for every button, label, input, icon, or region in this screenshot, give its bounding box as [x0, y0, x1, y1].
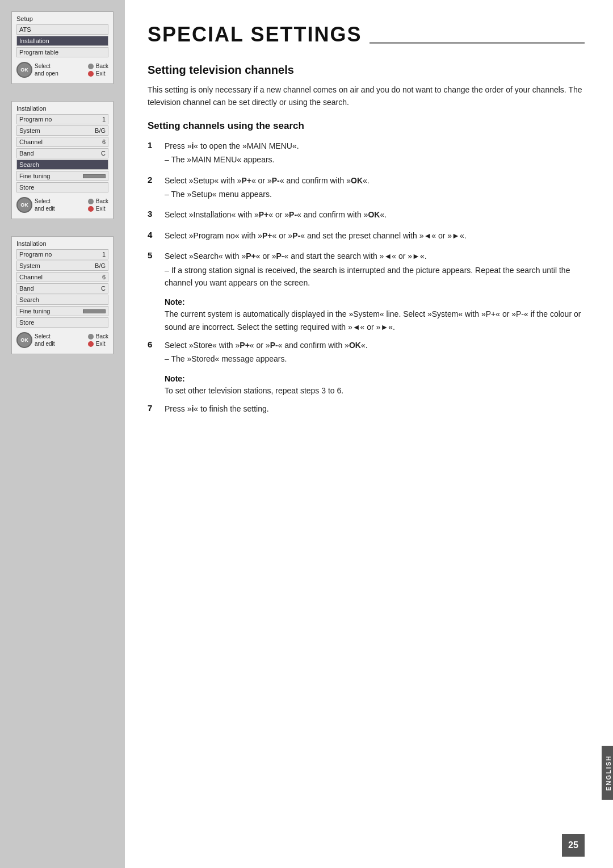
screen1-ctrl-left: Select and open	[35, 63, 58, 77]
exit-dot-icon3	[88, 341, 94, 347]
screen2-row-finetuning: Fine tuning	[16, 171, 108, 181]
screen3-row-system: System B/G	[16, 261, 108, 271]
screen3-title: Installation	[16, 240, 108, 247]
screen2-ok-btn: OK	[16, 197, 32, 213]
main-content: SPECIAL SETTINGS Setting television chan…	[125, 0, 613, 868]
subsection-heading: Setting channels using the search	[148, 120, 585, 132]
screen1-row-programtable: Program table	[16, 47, 108, 57]
step-5-sub: – If a strong station signal is received…	[165, 264, 585, 290]
exit-dot-icon2	[88, 206, 94, 212]
sidebar: Setup ATS Installation Program table OK …	[0, 0, 125, 868]
intro-text: This setting is only necessary if a new …	[148, 83, 585, 109]
screen2-back-label: Back	[96, 198, 108, 204]
screen2-select-ctrl: Select	[35, 198, 55, 204]
step-3-content: Select »Installation« with »P+« or »P-« …	[165, 208, 387, 221]
step-5-content: Select »Search« with »P+« or »P-« and st…	[165, 250, 585, 289]
screen-mockup-3: Installation Program no 1 System B/G Cha…	[11, 236, 114, 354]
screen3-edit-label: and edit	[35, 341, 55, 347]
screen1-row-installation: Installation	[16, 36, 108, 46]
step-1-sub: – The »MAIN MENU« appears.	[165, 153, 299, 166]
step-2-number: 2	[148, 175, 158, 184]
screen2-edit-ctrl: and edit	[35, 206, 55, 212]
step-6-content: Select »Store« with »P+« or »P-« and con…	[165, 339, 368, 366]
step-4: 4 Select »Program no« with »P+« or »P-« …	[148, 229, 585, 242]
screen1-back-ctrl: Back	[88, 63, 108, 69]
note-1-text: The current system is automatically disp…	[165, 308, 585, 333]
title-row: SPECIAL SETTINGS	[148, 23, 585, 47]
screen1-row-programtable-label: Program table	[19, 49, 58, 56]
screen3-ok-btn: OK	[16, 332, 32, 348]
screen3-row-programno: Program no 1	[16, 249, 108, 259]
language-tab: ENGLISH	[602, 746, 613, 800]
screen3-exit-label: Exit	[96, 341, 106, 347]
note-1-label: Note:	[165, 297, 185, 307]
note-1-block: Note: The current system is automaticall…	[165, 297, 585, 333]
screen2-back-ctrl: Back	[88, 198, 108, 204]
screen3-ctrl-left: Select and edit	[35, 333, 55, 347]
screen2-row-programno: Program no 1	[16, 114, 108, 124]
step-7-content: Press »i« to finish the setting.	[165, 402, 269, 415]
screen2-controls: OK Select and edit Back	[16, 197, 108, 213]
title-underline	[370, 42, 585, 44]
note-2-text: To set other television stations, repeat…	[165, 384, 585, 397]
screen3-ctrl-right: Back Exit	[88, 333, 108, 347]
section-heading: Setting television channels	[148, 64, 585, 77]
step-2-content: Select »Setup« with »P+« or »P-« and con…	[165, 174, 370, 201]
screen3-controls: OK Select and edit Back	[16, 332, 108, 348]
screen1-title: Setup	[16, 15, 108, 22]
step-1-number: 1	[148, 140, 158, 150]
step-3-number: 3	[148, 209, 158, 219]
screen3-edit-ctrl: and edit	[35, 341, 55, 347]
step-5-number: 5	[148, 250, 158, 260]
screen1-back-label: Back	[96, 63, 108, 69]
screen1-open-ctrl: and open	[35, 70, 58, 77]
screen3-back-ctrl: Back	[88, 333, 108, 339]
screen-mockup-1: Setup ATS Installation Program table OK …	[11, 11, 114, 84]
screen3-select-ctrl: Select	[35, 333, 55, 339]
screen3-row-finetuning: Fine tuning	[16, 306, 108, 316]
step-4-number: 4	[148, 230, 158, 240]
screen2-ctrl-left: Select and edit	[35, 198, 55, 212]
step-1-content: Press »i« to open the »MAIN MENU«. – The…	[165, 140, 299, 166]
step-3: 3 Select »Installation« with »P+« or »P-…	[148, 208, 585, 221]
screen2-row-band: Band C	[16, 148, 108, 158]
steps-list-3: 7 Press »i« to finish the setting.	[148, 402, 585, 415]
screen2-edit-label: and edit	[35, 206, 55, 212]
screen2-title: Installation	[16, 105, 108, 112]
back-dot-icon3	[88, 334, 94, 339]
steps-list: 1 Press »i« to open the »MAIN MENU«. – T…	[148, 140, 585, 290]
screen2-exit-label: Exit	[96, 206, 106, 212]
screen1-row-ats-label: ATS	[19, 26, 31, 33]
screen3-row-search: Search	[16, 295, 108, 305]
steps-list-2: 6 Select »Store« with »P+« or »P-« and c…	[148, 339, 585, 366]
step-2: 2 Select »Setup« with »P+« or »P-« and c…	[148, 174, 585, 201]
screen1-select-label: Select	[35, 63, 51, 69]
screen1-ctrl-right: Back Exit	[88, 63, 108, 77]
screen2-row-search: Search	[16, 160, 108, 170]
page-title: SPECIAL SETTINGS	[148, 23, 362, 47]
exit-dot-icon	[88, 71, 94, 77]
screen1-open-label: and open	[35, 70, 58, 77]
screen3-ok-label: OK	[20, 337, 28, 343]
screen2-row-system: System B/G	[16, 125, 108, 136]
step-6-number: 6	[148, 339, 158, 349]
step-2-sub: – The »Setup« menu appears.	[165, 188, 370, 200]
step-4-content: Select »Program no« with »P+« or »P-« an…	[165, 229, 467, 242]
step-5: 5 Select »Search« with »P+« or »P-« and …	[148, 250, 585, 289]
screen2-row-store: Store	[16, 182, 108, 192]
note-2-block: Note: To set other television stations, …	[165, 374, 585, 397]
screen1-ok-label: OK	[20, 67, 28, 73]
screen1-controls: OK Select and open Back	[16, 62, 108, 78]
step-7: 7 Press »i« to finish the setting.	[148, 402, 585, 415]
screen3-select-label: Select	[35, 333, 51, 339]
screen2-row-channel: Channel 6	[16, 137, 108, 147]
screen3-exit-ctrl: Exit	[88, 341, 108, 347]
note-2-label: Note:	[165, 374, 185, 383]
step-1: 1 Press »i« to open the »MAIN MENU«. – T…	[148, 140, 585, 166]
back-dot-icon	[88, 64, 94, 69]
screen1-exit-ctrl: Exit	[88, 70, 108, 77]
step-6: 6 Select »Store« with »P+« or »P-« and c…	[148, 339, 585, 366]
page-number: 25	[562, 834, 585, 857]
screen1-row-ats: ATS	[16, 24, 108, 35]
screen3-row-band: Band C	[16, 283, 108, 293]
